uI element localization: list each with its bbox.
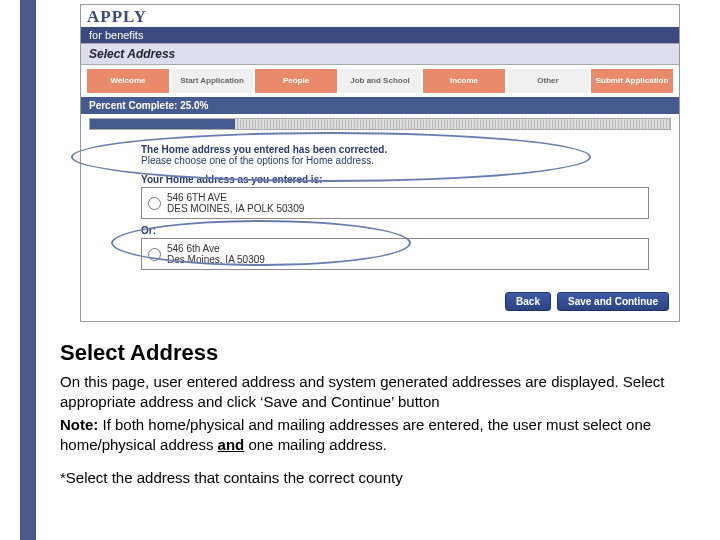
step-submit[interactable]: Submit Application <box>591 69 673 93</box>
entered-address-option[interactable]: 546 6TH AVE DES MOINES, IA POLK 50309 <box>148 192 642 214</box>
suggested-line1: 546 6th Ave <box>167 243 220 254</box>
suggested-address-option[interactable]: 546 6th Ave Des Moines, IA 50309 <box>148 243 642 265</box>
entered-address-box: 546 6TH AVE DES MOINES, IA POLK 50309 <box>141 187 649 219</box>
page-title: Select Address <box>81 43 679 65</box>
slide-left-rail <box>20 0 36 540</box>
entered-caption: Your Home address as you entered is: <box>141 174 649 185</box>
wizard-steps: Welcome Start Application People Job and… <box>81 65 679 97</box>
suggested-address-radio[interactable] <box>148 244 161 265</box>
address-body: The Home address you entered has been co… <box>81 138 679 286</box>
note-body-b: one mailing address. <box>244 436 387 453</box>
suggested-line2: Des Moines, IA 50309 <box>167 254 265 265</box>
progress-bar-row <box>81 114 679 138</box>
corrected-sub: Please choose one of the options for Hom… <box>141 155 649 166</box>
corrected-heading: The Home address you entered has been co… <box>141 144 649 155</box>
suggested-address-box: 546 6th Ave Des Moines, IA 50309 <box>141 238 649 270</box>
instruction-paragraph: On this page, user entered address and s… <box>60 372 680 411</box>
step-other[interactable]: Other <box>507 69 589 93</box>
brand-title: APPLY <box>87 7 673 27</box>
brand-block: APPLY <box>81 5 679 27</box>
progress-label: Percent Complete: 25.0% <box>81 97 679 114</box>
instruction-block: Select Address On this page, user entere… <box>60 340 680 488</box>
instruction-footnote: *Select the address that contains the co… <box>60 468 680 488</box>
entered-line2: DES MOINES, IA POLK 50309 <box>167 203 304 214</box>
instruction-note: Note: If both home/physical and mailing … <box>60 415 680 454</box>
step-people[interactable]: People <box>255 69 337 93</box>
save-continue-button[interactable]: Save and Continue <box>557 292 669 311</box>
note-and: and <box>218 436 245 453</box>
step-welcome[interactable]: Welcome <box>87 69 169 93</box>
instruction-heading: Select Address <box>60 340 680 366</box>
brand-subtitle: for benefits <box>81 27 679 43</box>
step-job-school[interactable]: Job and School <box>339 69 421 93</box>
application-screenshot: APPLY for benefits Select Address Welcom… <box>80 4 680 322</box>
button-row: Back Save and Continue <box>81 286 679 321</box>
or-label: Or: <box>141 225 649 236</box>
entered-line1: 546 6TH AVE <box>167 192 227 203</box>
back-button[interactable]: Back <box>505 292 551 311</box>
entered-address-radio[interactable] <box>148 193 161 214</box>
progress-bar <box>89 118 671 130</box>
note-label: Note: <box>60 416 98 433</box>
step-start-application[interactable]: Start Application <box>171 69 253 93</box>
step-income[interactable]: Income <box>423 69 505 93</box>
progress-fill <box>90 119 235 129</box>
